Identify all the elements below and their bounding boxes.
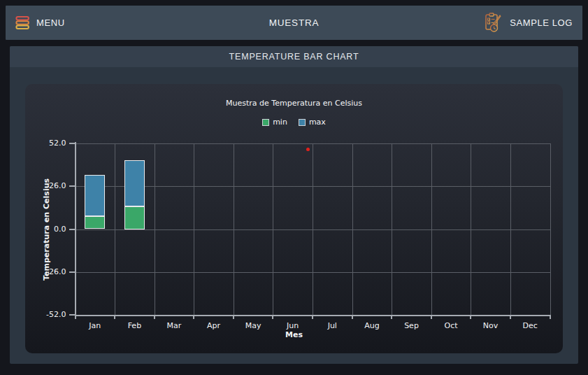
- x-tick-mark: [75, 315, 76, 319]
- x-tick-label: Feb: [115, 321, 154, 330]
- x-tick-label: Apr: [194, 321, 234, 330]
- x-tick-mark: [233, 315, 234, 319]
- x-tick-label: Aug: [352, 321, 392, 330]
- bar-segment-max[interactable]: [124, 160, 145, 206]
- page-header: TEMPERATURE BAR CHART: [10, 46, 578, 67]
- x-tick-mark: [154, 315, 155, 319]
- x-tick-mark: [114, 315, 115, 319]
- bar-segment-min[interactable]: [124, 206, 145, 229]
- x-tick-mark: [312, 315, 313, 319]
- x-tick-label: Nov: [471, 321, 510, 330]
- x-tick-mark: [431, 315, 432, 319]
- y-tick-label: 0.0: [25, 225, 66, 234]
- plot-wrap: Temperatura en Celsius Mes 52.026.00.0-2…: [25, 84, 563, 353]
- chart-card: Muestra de Temperatura en Celsius min ma…: [25, 84, 563, 353]
- y-tick-label: -52.0: [25, 310, 66, 319]
- x-tick-mark: [510, 315, 511, 319]
- x-tick-label: Dec: [510, 321, 550, 330]
- x-tick-label: May: [234, 321, 273, 330]
- x-tick-mark: [352, 315, 353, 319]
- x-tick-mark: [272, 315, 273, 319]
- y-tick-mark: [69, 143, 76, 144]
- gridline-vertical: [550, 143, 551, 315]
- x-tick-label: Jan: [76, 321, 115, 330]
- x-tick-mark: [391, 315, 392, 319]
- x-tick-label: Jul: [313, 321, 352, 330]
- gridline-horizontal: [76, 186, 550, 187]
- red-point-marker: [306, 148, 310, 151]
- sample-log-label: SAMPLE LOG: [510, 17, 573, 28]
- y-tick-mark: [69, 229, 76, 230]
- content-panel: TEMPERATURE BAR CHART Muestra de Tempera…: [10, 46, 578, 364]
- y-tick-label: -26.0: [25, 267, 66, 276]
- hamburger-menu-icon: [15, 16, 30, 29]
- menu-label: MENU: [36, 17, 65, 28]
- y-tick-label: 26.0: [25, 181, 66, 190]
- gridline-horizontal: [76, 229, 550, 230]
- menu-button[interactable]: MENU: [15, 16, 65, 29]
- x-tick-label: Jun: [273, 321, 313, 330]
- x-tick-label: Sep: [392, 321, 431, 330]
- bar-segment-max[interactable]: [85, 175, 105, 216]
- gridline-horizontal: [76, 143, 550, 144]
- page-title: TEMPERATURE BAR CHART: [229, 52, 359, 62]
- x-tick-mark: [550, 315, 551, 319]
- x-tick-label: Oct: [431, 321, 471, 330]
- x-tick-mark: [193, 315, 194, 319]
- y-tick-mark: [69, 185, 76, 187]
- clipboard-pencil-clock-icon: [482, 12, 503, 34]
- sample-log-button[interactable]: SAMPLE LOG: [482, 12, 573, 34]
- navbar: MENU MUESTRA SAMPLE LOG: [6, 6, 582, 40]
- x-tick-label: Mar: [155, 321, 194, 330]
- bar-segment-min[interactable]: [85, 216, 105, 229]
- y-tick-mark: [69, 271, 76, 273]
- x-axis-title: Mes: [25, 330, 563, 339]
- gridline-horizontal: [76, 272, 550, 273]
- x-tick-mark: [470, 315, 471, 319]
- y-tick-label: 52.0: [25, 139, 66, 148]
